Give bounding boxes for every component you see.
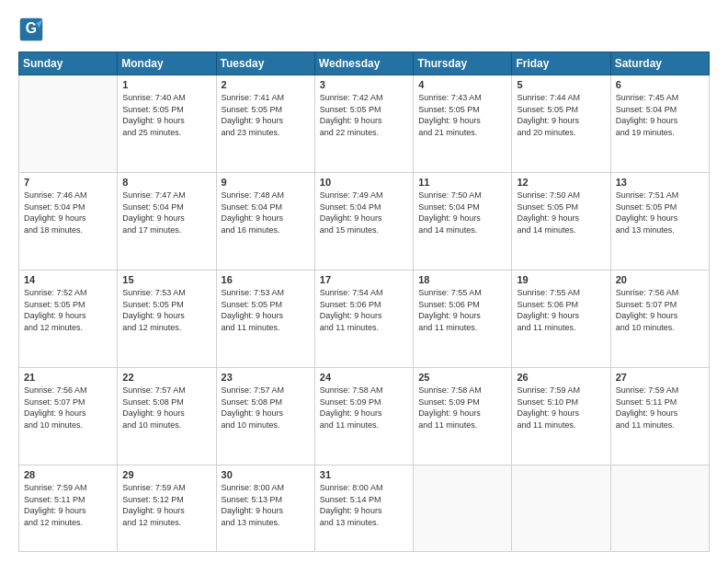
day-info: Sunrise: 7:47 AMSunset: 5:04 PMDaylight:… [122, 190, 210, 236]
logo-icon: G [18, 17, 44, 42]
day-info: Sunrise: 7:54 AMSunset: 5:06 PMDaylight:… [320, 287, 408, 333]
calendar-week-5: 28Sunrise: 7:59 AMSunset: 5:11 PMDayligh… [19, 465, 710, 552]
header-wednesday: Wednesday [314, 52, 413, 75]
day-number: 19 [517, 274, 605, 285]
day-info: Sunrise: 7:56 AMSunset: 5:07 PMDaylight:… [616, 287, 704, 333]
day-number: 23 [222, 372, 310, 383]
day-info: Sunrise: 7:51 AMSunset: 5:05 PMDaylight:… [616, 190, 704, 236]
calendar-cell: 5Sunrise: 7:44 AMSunset: 5:05 PMDaylight… [512, 75, 610, 173]
calendar-cell [19, 75, 118, 173]
calendar-cell: 9Sunrise: 7:48 AMSunset: 5:04 PMDaylight… [216, 173, 314, 270]
day-number: 22 [122, 372, 210, 383]
logo: G [18, 17, 48, 42]
day-number: 21 [24, 372, 112, 383]
day-info: Sunrise: 7:59 AMSunset: 5:10 PMDaylight:… [517, 385, 605, 431]
day-number: 9 [222, 177, 310, 188]
day-info: Sunrise: 7:57 AMSunset: 5:08 PMDaylight:… [122, 385, 210, 431]
calendar-cell: 18Sunrise: 7:55 AMSunset: 5:06 PMDayligh… [414, 270, 512, 368]
day-info: Sunrise: 7:52 AMSunset: 5:05 PMDaylight:… [24, 287, 112, 333]
day-number: 12 [517, 177, 605, 188]
day-info: Sunrise: 7:45 AMSunset: 5:04 PMDaylight:… [616, 92, 704, 138]
calendar-cell: 8Sunrise: 7:47 AMSunset: 5:04 PMDaylight… [118, 173, 216, 270]
day-number: 8 [122, 177, 210, 188]
calendar-cell: 27Sunrise: 7:59 AMSunset: 5:11 PMDayligh… [610, 368, 709, 465]
svg-text:G: G [26, 20, 37, 36]
calendar-cell: 4Sunrise: 7:43 AMSunset: 5:05 PMDaylight… [414, 75, 512, 173]
page: G SundayMondayTuesdayWednesdayThursdayFr… [0, 0, 728, 563]
header-saturday: Saturday [610, 52, 709, 75]
calendar-cell: 25Sunrise: 7:58 AMSunset: 5:09 PMDayligh… [414, 368, 512, 465]
calendar-week-2: 7Sunrise: 7:46 AMSunset: 5:04 PMDaylight… [19, 173, 710, 270]
calendar-week-4: 21Sunrise: 7:56 AMSunset: 5:07 PMDayligh… [19, 368, 710, 465]
calendar-cell: 24Sunrise: 7:58 AMSunset: 5:09 PMDayligh… [314, 368, 413, 465]
day-number: 20 [616, 274, 704, 285]
day-number: 28 [24, 469, 112, 480]
day-info: Sunrise: 7:48 AMSunset: 5:04 PMDaylight:… [222, 190, 310, 236]
calendar-week-1: 1Sunrise: 7:40 AMSunset: 5:05 PMDaylight… [19, 75, 710, 173]
calendar-cell: 15Sunrise: 7:53 AMSunset: 5:05 PMDayligh… [118, 270, 216, 368]
day-info: Sunrise: 7:53 AMSunset: 5:05 PMDaylight:… [122, 287, 210, 333]
calendar-cell: 21Sunrise: 7:56 AMSunset: 5:07 PMDayligh… [19, 368, 118, 465]
calendar-cell: 19Sunrise: 7:55 AMSunset: 5:06 PMDayligh… [512, 270, 610, 368]
day-info: Sunrise: 7:57 AMSunset: 5:08 PMDaylight:… [222, 385, 310, 431]
calendar-cell: 20Sunrise: 7:56 AMSunset: 5:07 PMDayligh… [610, 270, 709, 368]
calendar-cell: 12Sunrise: 7:50 AMSunset: 5:05 PMDayligh… [512, 173, 610, 270]
calendar-cell: 30Sunrise: 8:00 AMSunset: 5:13 PMDayligh… [216, 465, 314, 552]
calendar-cell: 22Sunrise: 7:57 AMSunset: 5:08 PMDayligh… [118, 368, 216, 465]
day-number: 11 [418, 177, 506, 188]
day-info: Sunrise: 7:53 AMSunset: 5:05 PMDaylight:… [222, 287, 310, 333]
day-info: Sunrise: 7:58 AMSunset: 5:09 PMDaylight:… [418, 385, 506, 431]
header-tuesday: Tuesday [216, 52, 314, 75]
day-info: Sunrise: 7:40 AMSunset: 5:05 PMDaylight:… [122, 92, 210, 138]
header: G [18, 17, 710, 42]
day-number: 7 [24, 177, 112, 188]
day-info: Sunrise: 7:50 AMSunset: 5:05 PMDaylight:… [517, 190, 605, 236]
calendar-cell: 10Sunrise: 7:49 AMSunset: 5:04 PMDayligh… [314, 173, 413, 270]
day-number: 14 [24, 274, 112, 285]
day-info: Sunrise: 7:41 AMSunset: 5:05 PMDaylight:… [222, 92, 310, 138]
day-number: 5 [517, 79, 605, 90]
calendar-cell: 29Sunrise: 7:59 AMSunset: 5:12 PMDayligh… [118, 465, 216, 552]
header-monday: Monday [118, 52, 216, 75]
calendar-cell: 17Sunrise: 7:54 AMSunset: 5:06 PMDayligh… [314, 270, 413, 368]
day-info: Sunrise: 7:55 AMSunset: 5:06 PMDaylight:… [418, 287, 506, 333]
calendar-cell: 31Sunrise: 8:00 AMSunset: 5:14 PMDayligh… [314, 465, 413, 552]
day-info: Sunrise: 7:43 AMSunset: 5:05 PMDaylight:… [418, 92, 506, 138]
calendar-cell: 2Sunrise: 7:41 AMSunset: 5:05 PMDaylight… [216, 75, 314, 173]
day-number: 17 [320, 274, 408, 285]
calendar-cell: 7Sunrise: 7:46 AMSunset: 5:04 PMDaylight… [19, 173, 118, 270]
day-info: Sunrise: 7:55 AMSunset: 5:06 PMDaylight:… [517, 287, 605, 333]
day-info: Sunrise: 7:50 AMSunset: 5:04 PMDaylight:… [418, 190, 506, 236]
day-number: 31 [320, 469, 408, 480]
day-number: 16 [222, 274, 310, 285]
calendar-cell: 28Sunrise: 7:59 AMSunset: 5:11 PMDayligh… [19, 465, 118, 552]
day-info: Sunrise: 7:58 AMSunset: 5:09 PMDaylight:… [320, 385, 408, 431]
calendar-cell: 26Sunrise: 7:59 AMSunset: 5:10 PMDayligh… [512, 368, 610, 465]
calendar-cell: 6Sunrise: 7:45 AMSunset: 5:04 PMDaylight… [610, 75, 709, 173]
calendar-cell: 16Sunrise: 7:53 AMSunset: 5:05 PMDayligh… [216, 270, 314, 368]
day-info: Sunrise: 7:49 AMSunset: 5:04 PMDaylight:… [320, 190, 408, 236]
calendar-table: SundayMondayTuesdayWednesdayThursdayFrid… [18, 52, 710, 552]
day-info: Sunrise: 7:59 AMSunset: 5:11 PMDaylight:… [616, 385, 704, 431]
calendar-cell: 3Sunrise: 7:42 AMSunset: 5:05 PMDaylight… [314, 75, 413, 173]
day-number: 27 [616, 372, 704, 383]
header-thursday: Thursday [414, 52, 512, 75]
day-number: 15 [122, 274, 210, 285]
day-number: 3 [320, 79, 408, 90]
calendar-cell [512, 465, 610, 552]
day-number: 24 [320, 372, 408, 383]
calendar-cell: 14Sunrise: 7:52 AMSunset: 5:05 PMDayligh… [19, 270, 118, 368]
calendar-cell: 11Sunrise: 7:50 AMSunset: 5:04 PMDayligh… [414, 173, 512, 270]
calendar-cell [610, 465, 709, 552]
day-number: 29 [122, 469, 210, 480]
calendar-cell: 23Sunrise: 7:57 AMSunset: 5:08 PMDayligh… [216, 368, 314, 465]
day-number: 2 [222, 79, 310, 90]
day-number: 10 [320, 177, 408, 188]
day-info: Sunrise: 8:00 AMSunset: 5:13 PMDaylight:… [222, 482, 310, 528]
day-number: 4 [418, 79, 506, 90]
header-sunday: Sunday [19, 52, 118, 75]
day-info: Sunrise: 7:56 AMSunset: 5:07 PMDaylight:… [24, 385, 112, 431]
day-info: Sunrise: 8:00 AMSunset: 5:14 PMDaylight:… [320, 482, 408, 528]
day-info: Sunrise: 7:59 AMSunset: 5:12 PMDaylight:… [122, 482, 210, 528]
calendar-cell: 1Sunrise: 7:40 AMSunset: 5:05 PMDaylight… [118, 75, 216, 173]
